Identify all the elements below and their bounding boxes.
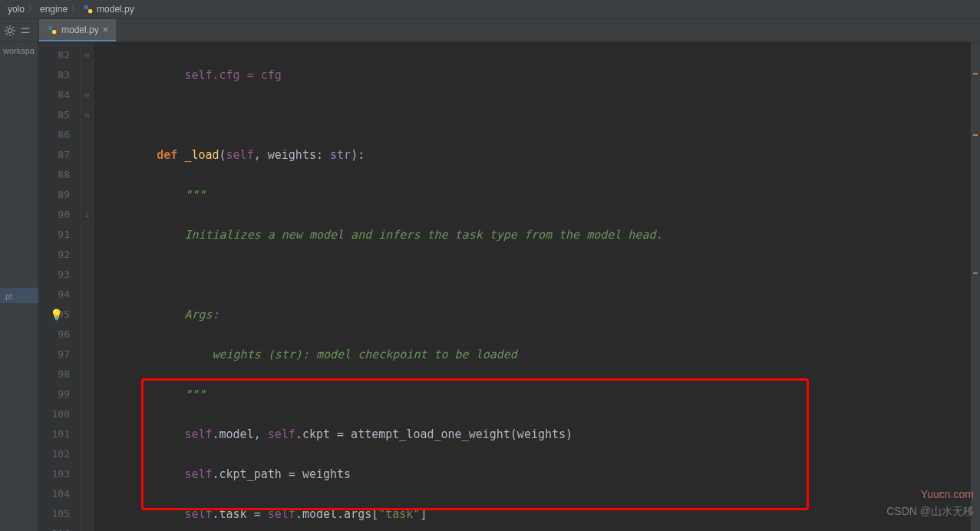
svg-rect-1: [88, 9, 92, 13]
sidebar[interactable]: workspa .pt: [0, 42, 38, 531]
breadcrumb-item[interactable]: model.py: [97, 4, 134, 15]
breadcrumb-item[interactable]: yolo: [8, 4, 25, 15]
svg-rect-4: [21, 31, 30, 32]
collapse-icon[interactable]: [20, 25, 31, 36]
fold-marker[interactable]: [81, 444, 93, 464]
line-number: 96: [38, 325, 81, 345]
line-number-gutter: 8283848586878889909192939495💡96979899100…: [38, 42, 81, 531]
fold-marker[interactable]: [81, 305, 93, 325]
fold-marker[interactable]: [81, 185, 93, 205]
line-number: 97: [38, 345, 81, 364]
watermark: Yuucn.com: [921, 488, 974, 500]
sidebar-label: workspa: [3, 46, 35, 55]
line-number: 100: [38, 404, 81, 424]
fold-marker[interactable]: [81, 145, 93, 165]
fold-marker[interactable]: ⊥: [81, 205, 93, 225]
fold-marker[interactable]: [81, 265, 93, 285]
line-number: 87: [38, 145, 81, 165]
breadcrumb-item[interactable]: engine: [40, 4, 68, 15]
sidebar-label: .pt: [3, 292, 35, 301]
fold-marker[interactable]: [81, 345, 93, 364]
fold-marker[interactable]: ⊟: [81, 45, 93, 65]
svg-point-2: [8, 28, 12, 32]
fold-column[interactable]: ⊟⊟⊟⊥: [81, 42, 94, 531]
code-area[interactable]: self.cfg = cfg def _load(self, weights: …: [94, 42, 971, 531]
fold-marker[interactable]: [81, 524, 93, 531]
fold-marker[interactable]: [81, 484, 93, 504]
tab-model-py[interactable]: model.py ×: [39, 19, 116, 41]
line-number: 106: [38, 524, 81, 531]
line-number: 101: [38, 424, 81, 444]
fold-marker[interactable]: [81, 464, 93, 484]
fold-marker[interactable]: [81, 225, 93, 245]
line-number: 103: [38, 464, 81, 484]
line-number: 98: [38, 364, 81, 384]
line-number: 95💡: [38, 305, 81, 325]
editor-tabs: model.py ×: [38, 19, 116, 41]
line-number: 104: [38, 484, 81, 504]
line-number: 102: [38, 444, 81, 464]
fold-marker[interactable]: [81, 384, 93, 404]
line-number: 94: [38, 285, 81, 305]
fold-marker[interactable]: [81, 404, 93, 424]
fold-marker[interactable]: [81, 245, 93, 265]
gear-icon[interactable]: [5, 25, 15, 36]
line-number: 89: [38, 185, 81, 205]
breadcrumb: yolo 〉 engine 〉 model.py: [0, 0, 980, 19]
line-number: 93: [38, 265, 81, 285]
line-number: 84: [38, 85, 81, 105]
line-number: 88: [38, 165, 81, 185]
svg-rect-3: [21, 28, 30, 28]
fold-marker[interactable]: [81, 325, 93, 345]
lightbulb-icon[interactable]: 💡: [50, 305, 63, 325]
code-editor[interactable]: 8283848586878889909192939495💡96979899100…: [38, 42, 980, 531]
svg-rect-6: [52, 30, 56, 34]
tab-label: model.py: [61, 25, 99, 35]
scrollbar[interactable]: [971, 42, 980, 531]
fold-marker[interactable]: [81, 504, 93, 524]
fold-marker[interactable]: [81, 165, 93, 185]
python-file-icon: [83, 4, 94, 15]
fold-marker[interactable]: [81, 125, 93, 145]
line-number: 99: [38, 384, 81, 404]
line-number: 86: [38, 125, 81, 145]
fold-marker[interactable]: [81, 424, 93, 444]
python-file-icon: [47, 25, 58, 35]
close-icon[interactable]: ×: [103, 24, 109, 35]
line-number: 91: [38, 225, 81, 245]
line-number: 85: [38, 105, 81, 125]
line-number: 90: [38, 205, 81, 225]
svg-rect-0: [84, 5, 88, 9]
fold-marker[interactable]: ⊟: [81, 85, 93, 105]
line-number: 83: [38, 65, 81, 85]
chevron-right-icon: 〉: [71, 3, 80, 16]
svg-rect-5: [48, 25, 52, 29]
fold-marker[interactable]: [81, 65, 93, 85]
line-number: 92: [38, 245, 81, 265]
line-number: 82: [38, 45, 81, 65]
watermark: CSDN @山水无移: [886, 505, 974, 519]
fold-marker[interactable]: [81, 285, 93, 305]
fold-marker[interactable]: ⊟: [81, 105, 93, 125]
fold-marker[interactable]: [81, 364, 93, 384]
chevron-right-icon: 〉: [28, 3, 37, 16]
line-number: 105: [38, 504, 81, 524]
toolbar: model.py ×: [0, 19, 980, 42]
